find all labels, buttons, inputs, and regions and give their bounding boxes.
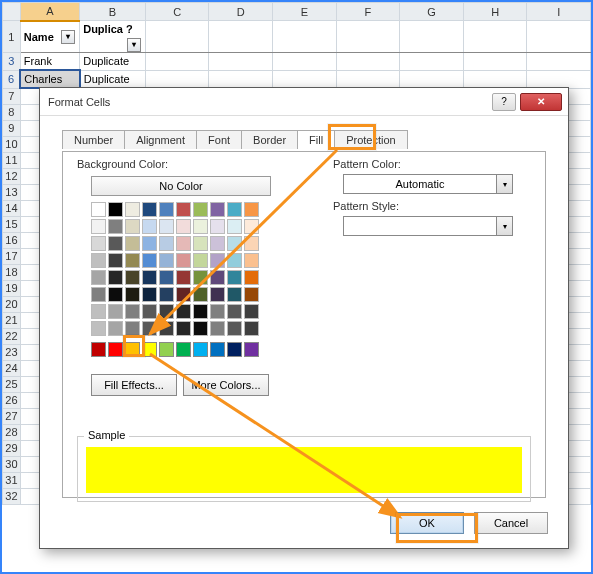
cell[interactable]: Duplicate [80, 53, 146, 71]
color-swatch[interactable] [176, 219, 191, 234]
tab-font[interactable]: Font [196, 130, 242, 149]
cell[interactable] [336, 70, 400, 88]
color-swatch[interactable] [244, 304, 259, 319]
pattern-style-combo[interactable]: ▾ [343, 216, 513, 236]
color-swatch[interactable] [227, 304, 242, 319]
color-swatch[interactable] [193, 236, 208, 251]
no-color-button[interactable]: No Color [91, 176, 271, 196]
color-swatch[interactable] [159, 287, 174, 302]
standard-color-swatch[interactable] [193, 342, 208, 357]
color-swatch[interactable] [210, 270, 225, 285]
more-colors-button[interactable]: More Colors... [183, 374, 269, 396]
row-header[interactable]: 7 [3, 88, 21, 104]
cell[interactable] [400, 70, 464, 88]
help-button[interactable]: ? [492, 93, 516, 111]
pattern-color-combo[interactable]: Automatic ▾ [343, 174, 513, 194]
column-header[interactable]: E [273, 3, 337, 21]
color-swatch[interactable] [125, 270, 140, 285]
cell[interactable] [463, 21, 527, 53]
color-swatch[interactable] [108, 236, 123, 251]
color-swatch[interactable] [244, 321, 259, 336]
cell[interactable] [209, 53, 273, 71]
row-header[interactable]: 18 [3, 264, 21, 280]
tab-border[interactable]: Border [241, 130, 298, 149]
color-swatch[interactable] [176, 304, 191, 319]
color-swatch[interactable] [91, 270, 106, 285]
cell[interactable] [463, 53, 527, 71]
color-swatch[interactable] [125, 321, 140, 336]
row-header[interactable]: 10 [3, 136, 21, 152]
cell[interactable] [273, 21, 337, 53]
color-swatch[interactable] [193, 321, 208, 336]
tab-fill[interactable]: Fill [297, 130, 335, 149]
row-header[interactable]: 31 [3, 472, 21, 488]
column-header[interactable]: B [80, 3, 146, 21]
cell[interactable] [273, 70, 337, 88]
row-header[interactable]: 15 [3, 216, 21, 232]
color-swatch[interactable] [176, 236, 191, 251]
close-button[interactable]: ✕ [520, 93, 562, 111]
cell[interactable]: Charles [20, 70, 79, 88]
color-swatch[interactable] [142, 202, 157, 217]
color-swatch[interactable] [227, 321, 242, 336]
cell[interactable] [527, 21, 591, 53]
color-swatch[interactable] [176, 270, 191, 285]
row-header[interactable]: 30 [3, 456, 21, 472]
cell[interactable] [145, 53, 209, 71]
standard-color-swatch[interactable] [244, 342, 259, 357]
color-swatch[interactable] [125, 219, 140, 234]
cell[interactable] [400, 53, 464, 71]
dialog-titlebar[interactable]: Format Cells ? ✕ [40, 88, 568, 116]
color-swatch[interactable] [159, 202, 174, 217]
cell[interactable] [527, 70, 591, 88]
standard-color-swatch[interactable] [210, 342, 225, 357]
cell[interactable] [336, 21, 400, 53]
row-header[interactable]: 27 [3, 408, 21, 424]
cell[interactable] [145, 21, 209, 53]
row-header[interactable]: 16 [3, 232, 21, 248]
color-swatch[interactable] [91, 202, 106, 217]
color-swatch[interactable] [91, 304, 106, 319]
color-swatch[interactable] [210, 253, 225, 268]
row-header[interactable]: 20 [3, 296, 21, 312]
color-swatch[interactable] [142, 219, 157, 234]
color-swatch[interactable] [91, 219, 106, 234]
color-swatch[interactable] [125, 236, 140, 251]
color-swatch[interactable] [210, 202, 225, 217]
row-header[interactable]: 23 [3, 344, 21, 360]
color-swatch[interactable] [210, 219, 225, 234]
row-header[interactable]: 9 [3, 120, 21, 136]
color-swatch[interactable] [108, 202, 123, 217]
row-header[interactable]: 3 [3, 53, 21, 71]
row-header[interactable]: 8 [3, 104, 21, 120]
color-swatch[interactable] [125, 202, 140, 217]
color-swatch[interactable] [210, 304, 225, 319]
cell[interactable] [336, 53, 400, 71]
color-swatch[interactable] [244, 287, 259, 302]
row-header[interactable]: 25 [3, 376, 21, 392]
column-header[interactable]: D [209, 3, 273, 21]
cell[interactable]: Name▾ [20, 21, 79, 53]
color-swatch[interactable] [227, 236, 242, 251]
column-header[interactable]: C [145, 3, 209, 21]
color-swatch[interactable] [244, 236, 259, 251]
row-header[interactable]: 14 [3, 200, 21, 216]
color-swatch[interactable] [159, 253, 174, 268]
color-swatch[interactable] [108, 304, 123, 319]
cell[interactable] [273, 53, 337, 71]
color-swatch[interactable] [142, 321, 157, 336]
color-swatch[interactable] [193, 253, 208, 268]
color-swatch[interactable] [159, 219, 174, 234]
standard-color-swatch[interactable] [176, 342, 191, 357]
color-swatch[interactable] [108, 253, 123, 268]
color-swatch[interactable] [159, 270, 174, 285]
color-swatch[interactable] [210, 321, 225, 336]
cell[interactable]: Frank [20, 53, 79, 71]
color-swatch[interactable] [227, 219, 242, 234]
color-swatch[interactable] [159, 321, 174, 336]
row-header[interactable]: 17 [3, 248, 21, 264]
cell[interactable]: Duplica ?▾ [80, 21, 146, 53]
color-swatch[interactable] [227, 253, 242, 268]
color-swatch[interactable] [125, 287, 140, 302]
color-swatch[interactable] [193, 219, 208, 234]
